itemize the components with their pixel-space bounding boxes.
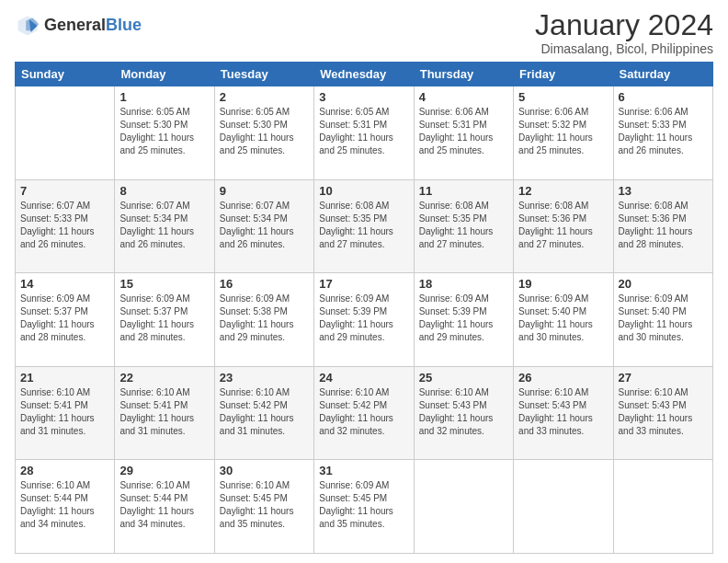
month-title: January 2024 xyxy=(535,9,713,41)
day-number: 4 xyxy=(419,90,508,104)
day-cell xyxy=(16,86,115,180)
day-cell: 2Sunrise: 6:05 AMSunset: 5:30 PMDaylight… xyxy=(214,86,313,180)
day-detail: Sunrise: 6:07 AMSunset: 5:34 PMDaylight:… xyxy=(220,200,309,251)
day-detail: Sunrise: 6:10 AMSunset: 5:41 PMDaylight:… xyxy=(119,386,209,438)
day-number: 15 xyxy=(119,277,209,291)
col-monday: Monday xyxy=(115,63,214,86)
day-cell: 1Sunrise: 6:05 AMSunset: 5:30 PMDaylight… xyxy=(115,86,214,180)
col-thursday: Thursday xyxy=(414,63,513,86)
day-detail: Sunrise: 6:10 AMSunset: 5:45 PMDaylight:… xyxy=(220,479,309,531)
day-detail: Sunrise: 6:06 AMSunset: 5:33 PMDaylight:… xyxy=(619,106,708,157)
day-detail: Sunrise: 6:09 AMSunset: 5:45 PMDaylight:… xyxy=(319,479,408,531)
day-cell: 20Sunrise: 6:09 AMSunset: 5:40 PMDayligh… xyxy=(613,273,712,367)
day-detail: Sunrise: 6:06 AMSunset: 5:31 PMDaylight:… xyxy=(419,106,508,157)
header-row: Sunday Monday Tuesday Wednesday Thursday… xyxy=(16,63,713,86)
day-detail: Sunrise: 6:10 AMSunset: 5:42 PMDaylight:… xyxy=(319,386,408,438)
col-saturday: Saturday xyxy=(613,63,712,86)
day-number: 31 xyxy=(319,464,408,477)
day-detail: Sunrise: 6:10 AMSunset: 5:43 PMDaylight:… xyxy=(419,386,508,438)
day-detail: Sunrise: 6:09 AMSunset: 5:39 PMDaylight:… xyxy=(319,293,408,344)
calendar-body: 1Sunrise: 6:05 AMSunset: 5:30 PMDaylight… xyxy=(16,86,713,554)
day-cell: 21Sunrise: 6:10 AMSunset: 5:41 PMDayligh… xyxy=(16,366,115,460)
day-number: 24 xyxy=(319,371,408,385)
day-detail: Sunrise: 6:09 AMSunset: 5:37 PMDaylight:… xyxy=(119,293,209,344)
day-cell: 19Sunrise: 6:09 AMSunset: 5:40 PMDayligh… xyxy=(514,273,613,367)
day-cell: 24Sunrise: 6:10 AMSunset: 5:42 PMDayligh… xyxy=(314,366,414,460)
day-cell: 9Sunrise: 6:07 AMSunset: 5:34 PMDaylight… xyxy=(214,179,313,273)
day-cell: 6Sunrise: 6:06 AMSunset: 5:33 PMDaylight… xyxy=(613,86,712,180)
page: General Blue January 2024 Dimasalang, Bi… xyxy=(0,0,728,563)
day-detail: Sunrise: 6:10 AMSunset: 5:44 PMDaylight:… xyxy=(119,479,209,531)
day-detail: Sunrise: 6:05 AMSunset: 5:30 PMDaylight:… xyxy=(119,106,209,157)
day-number: 17 xyxy=(319,277,408,291)
day-number: 9 xyxy=(220,184,309,198)
day-cell: 3Sunrise: 6:05 AMSunset: 5:31 PMDaylight… xyxy=(314,86,414,180)
day-number: 23 xyxy=(220,371,309,385)
day-number: 30 xyxy=(220,464,309,477)
day-detail: Sunrise: 6:07 AMSunset: 5:34 PMDaylight:… xyxy=(119,200,209,251)
day-detail: Sunrise: 6:09 AMSunset: 5:40 PMDaylight:… xyxy=(619,293,708,344)
day-detail: Sunrise: 6:06 AMSunset: 5:32 PMDaylight:… xyxy=(518,106,608,157)
week-row-2: 14Sunrise: 6:09 AMSunset: 5:37 PMDayligh… xyxy=(16,273,713,367)
day-number: 10 xyxy=(319,184,408,198)
day-detail: Sunrise: 6:09 AMSunset: 5:40 PMDaylight:… xyxy=(518,293,608,344)
header: General Blue January 2024 Dimasalang, Bi… xyxy=(15,9,713,56)
day-detail: Sunrise: 6:08 AMSunset: 5:35 PMDaylight:… xyxy=(419,200,508,251)
day-number: 28 xyxy=(20,464,109,477)
day-number: 21 xyxy=(20,371,109,385)
day-detail: Sunrise: 6:09 AMSunset: 5:38 PMDaylight:… xyxy=(220,293,309,344)
day-number: 14 xyxy=(20,277,109,291)
week-row-4: 28Sunrise: 6:10 AMSunset: 5:44 PMDayligh… xyxy=(16,460,713,554)
day-detail: Sunrise: 6:10 AMSunset: 5:41 PMDaylight:… xyxy=(20,386,109,438)
day-number: 27 xyxy=(619,371,708,385)
col-friday: Friday xyxy=(514,63,613,86)
day-number: 12 xyxy=(518,184,608,198)
day-number: 13 xyxy=(619,184,708,198)
day-cell: 16Sunrise: 6:09 AMSunset: 5:38 PMDayligh… xyxy=(214,273,313,367)
day-detail: Sunrise: 6:05 AMSunset: 5:30 PMDaylight:… xyxy=(220,106,309,157)
day-number: 5 xyxy=(518,90,608,104)
day-cell: 8Sunrise: 6:07 AMSunset: 5:34 PMDaylight… xyxy=(115,179,214,273)
day-cell: 12Sunrise: 6:08 AMSunset: 5:36 PMDayligh… xyxy=(514,179,613,273)
day-cell: 4Sunrise: 6:06 AMSunset: 5:31 PMDaylight… xyxy=(414,86,513,180)
logo-text: General Blue xyxy=(44,17,142,35)
week-row-1: 7Sunrise: 6:07 AMSunset: 5:33 PMDaylight… xyxy=(16,179,713,273)
title-block: January 2024 Dimasalang, Bicol, Philippi… xyxy=(535,9,713,56)
day-detail: Sunrise: 6:10 AMSunset: 5:43 PMDaylight:… xyxy=(619,386,708,438)
day-cell: 17Sunrise: 6:09 AMSunset: 5:39 PMDayligh… xyxy=(314,273,414,367)
week-row-0: 1Sunrise: 6:05 AMSunset: 5:30 PMDaylight… xyxy=(16,86,713,180)
day-number: 19 xyxy=(518,277,608,291)
day-number: 20 xyxy=(619,277,708,291)
day-cell: 7Sunrise: 6:07 AMSunset: 5:33 PMDaylight… xyxy=(16,179,115,273)
day-detail: Sunrise: 6:08 AMSunset: 5:36 PMDaylight:… xyxy=(619,200,708,251)
day-cell: 13Sunrise: 6:08 AMSunset: 5:36 PMDayligh… xyxy=(613,179,712,273)
day-number: 2 xyxy=(220,90,309,104)
day-detail: Sunrise: 6:09 AMSunset: 5:37 PMDaylight:… xyxy=(20,293,109,344)
day-cell: 28Sunrise: 6:10 AMSunset: 5:44 PMDayligh… xyxy=(16,460,115,554)
day-detail: Sunrise: 6:09 AMSunset: 5:39 PMDaylight:… xyxy=(419,293,508,344)
day-detail: Sunrise: 6:10 AMSunset: 5:44 PMDaylight:… xyxy=(20,479,109,531)
subtitle: Dimasalang, Bicol, Philippines xyxy=(535,41,713,56)
day-cell xyxy=(613,460,712,554)
day-cell: 25Sunrise: 6:10 AMSunset: 5:43 PMDayligh… xyxy=(414,366,513,460)
logo-general: General xyxy=(44,17,106,35)
day-cell: 26Sunrise: 6:10 AMSunset: 5:43 PMDayligh… xyxy=(514,366,613,460)
day-number: 1 xyxy=(119,90,209,104)
day-cell: 31Sunrise: 6:09 AMSunset: 5:45 PMDayligh… xyxy=(314,460,414,554)
day-detail: Sunrise: 6:10 AMSunset: 5:43 PMDaylight:… xyxy=(518,386,608,438)
day-detail: Sunrise: 6:05 AMSunset: 5:31 PMDaylight:… xyxy=(319,106,408,157)
day-cell: 18Sunrise: 6:09 AMSunset: 5:39 PMDayligh… xyxy=(414,273,513,367)
day-cell: 5Sunrise: 6:06 AMSunset: 5:32 PMDaylight… xyxy=(514,86,613,180)
day-cell: 14Sunrise: 6:09 AMSunset: 5:37 PMDayligh… xyxy=(16,273,115,367)
day-detail: Sunrise: 6:10 AMSunset: 5:42 PMDaylight:… xyxy=(220,386,309,438)
day-cell: 23Sunrise: 6:10 AMSunset: 5:42 PMDayligh… xyxy=(214,366,313,460)
day-cell: 30Sunrise: 6:10 AMSunset: 5:45 PMDayligh… xyxy=(214,460,313,554)
day-cell: 29Sunrise: 6:10 AMSunset: 5:44 PMDayligh… xyxy=(115,460,214,554)
day-number: 29 xyxy=(119,464,209,477)
day-number: 25 xyxy=(419,371,508,385)
calendar-table: Sunday Monday Tuesday Wednesday Thursday… xyxy=(15,62,713,554)
day-number: 16 xyxy=(220,277,309,291)
calendar-header: Sunday Monday Tuesday Wednesday Thursday… xyxy=(16,63,713,86)
day-cell xyxy=(514,460,613,554)
day-cell: 27Sunrise: 6:10 AMSunset: 5:43 PMDayligh… xyxy=(613,366,712,460)
